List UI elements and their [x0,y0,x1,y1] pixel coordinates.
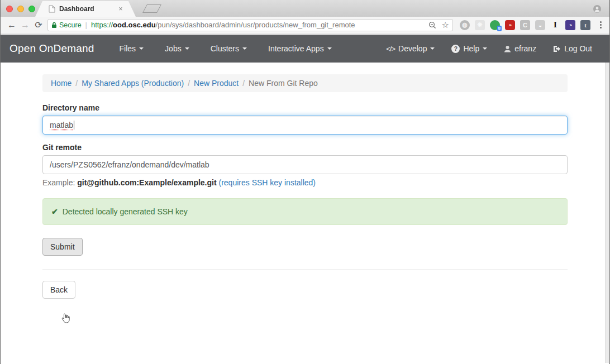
example-remote: git@github.com:Example/example.git [77,178,216,187]
browser-window: Dashboard × ← → ⟳ Secure | https://ood.o… [0,0,610,364]
nav-files-menu[interactable]: Files [111,36,152,61]
nav-interactive-apps-menu[interactable]: Interactive Apps [260,36,340,61]
code-icon: </> [386,45,395,53]
profile-icon[interactable] [593,4,602,13]
traffic-lights [6,6,35,12]
green-badge-extension-icon[interactable]: 8 [490,20,500,30]
git-remote-input[interactable]: /users/PZS0562/efranz/ondemand/dev/matla… [42,155,568,174]
titlebar: Dashboard × [1,0,609,17]
tab-close-icon[interactable]: × [117,5,125,13]
divider [42,269,568,270]
breadcrumb-current: New From Git Repo [249,79,318,88]
directory-name-input[interactable]: matlab [42,116,568,135]
page-scrollbar[interactable] [605,63,609,363]
nav-logout[interactable]: Log Out [545,36,601,61]
video-speed-extension-icon[interactable]: » [505,20,515,30]
minimize-window-button[interactable] [17,6,24,12]
nav-develop-menu[interactable]: </>Develop [378,36,443,61]
help-circle-icon: ? [451,45,460,53]
tumblr-extension-icon[interactable]: t [580,20,590,30]
bubble-extension-icon[interactable]: ◒ [535,20,545,30]
breadcrumb-new-product[interactable]: New Product [194,79,239,88]
app-navbar: Open OnDemand Files Jobs Clusters Intera… [1,35,609,63]
mouse-cursor-hand [61,313,71,324]
url-domain: ood.osc.edu [113,21,156,29]
url-separator: | [85,21,87,29]
page-content: Home/My Shared Apps (Production)/New Pro… [1,63,609,364]
tab-title: Dashboard [59,5,123,13]
directory-name-value: matlab [50,121,73,130]
nav-user[interactable]: efranz [495,36,545,61]
nav-help-menu[interactable]: ?Help [443,36,495,61]
chevron-down-icon [139,47,144,50]
chevron-down-icon [185,47,189,50]
directory-name-label: Directory name [42,103,568,112]
secure-label: Secure [59,21,82,29]
url-scheme: https:// [91,21,113,29]
breadcrumb-home[interactable]: Home [51,79,72,88]
back-button[interactable]: ← [5,18,18,32]
git-remote-label: Git remote [42,143,568,152]
ssh-key-help-link[interactable]: (requires SSH key installed) [219,178,316,187]
git-remote-help: Example: git@github.com:Example/example.… [42,178,568,187]
back-page-button[interactable]: Back [42,281,75,299]
chrome-menu-icon[interactable] [596,21,605,28]
user-icon [504,45,511,52]
browser-toolbar: ← → ⟳ Secure | https://ood.osc.edu/pun/s… [1,17,609,33]
zoom-out-icon[interactable] [428,21,436,29]
speedometer-extension-icon[interactable]: ◔ [565,20,575,30]
check-icon: ✔ [51,207,58,216]
forward-button[interactable]: → [18,18,32,32]
reload-button[interactable]: ⟳ [32,18,45,32]
nav-clusters-menu[interactable]: Clusters [202,36,255,61]
secure-indicator[interactable]: Secure [51,21,82,29]
address-bar[interactable]: Secure | https://ood.osc.edu/pun/sys/das… [47,19,453,31]
chevron-down-icon [327,47,332,50]
close-window-button[interactable] [6,6,13,12]
chevron-down-icon [242,47,247,50]
git-remote-value: /users/PZS0562/efranz/ondemand/dev/matla… [50,160,209,169]
log-out-icon [553,45,561,52]
extensions-row: ◍ ❊ 8 » C ◒ I ◔ t [460,20,590,30]
c-extension-icon[interactable]: C [520,20,530,30]
breadcrumb: Home/My Shared Apps (Production)/New Pro… [42,74,568,92]
snowflake-extension-icon[interactable]: ❊ [475,20,485,30]
text-caret [74,121,74,130]
bookmark-star-icon[interactable]: ☆ [442,20,449,30]
lock-icon [51,22,57,28]
browser-tab-dashboard[interactable]: Dashboard × [35,1,136,17]
extension-badge: 8 [497,26,502,31]
instapaper-extension-icon[interactable]: I [550,20,560,30]
chevron-down-icon [483,47,487,50]
page-favicon-icon [49,5,55,13]
nav-jobs-menu[interactable]: Jobs [156,36,198,61]
submit-button[interactable]: Submit [42,238,83,256]
url-path: /pun/sys/dashboard/admin/usr/products/ne… [156,21,355,29]
ssh-key-alert: ✔ Detected locally generated SSH key [42,198,568,225]
globe-extension-icon[interactable]: ◍ [460,20,470,30]
brand-open-ondemand[interactable]: Open OnDemand [9,42,94,55]
chevron-down-icon [430,47,435,50]
breadcrumb-my-shared-apps[interactable]: My Shared Apps (Production) [82,79,184,88]
new-tab-button[interactable] [142,4,161,13]
zoom-window-button[interactable] [28,6,35,12]
ssh-key-alert-text: Detected locally generated SSH key [63,207,188,216]
